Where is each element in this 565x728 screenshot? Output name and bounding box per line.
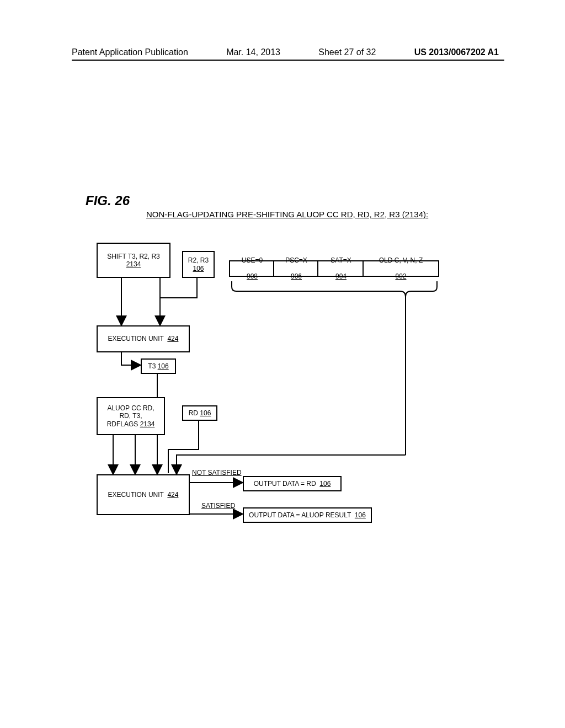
execution-unit-1: EXECUTION UNIT 424 xyxy=(97,325,190,352)
pub-date: Mar. 14, 2013 xyxy=(226,47,280,57)
r2r3-ref: 106 xyxy=(193,265,204,272)
exec2-ref: 424 xyxy=(167,491,178,499)
r2r3-text: R2, R3 xyxy=(188,256,209,264)
out1-ref: 106 xyxy=(319,480,331,488)
rd-box: RD 106 xyxy=(182,405,217,421)
shift-ref: 2134 xyxy=(126,260,141,268)
not-satisfied-label: NOT SATISFIED xyxy=(192,469,242,477)
satisfied-label: SATISFIED xyxy=(201,502,235,510)
t3-ref: 106 xyxy=(158,362,169,370)
rd-ref: 106 xyxy=(200,409,211,417)
execution-unit-2: EXECUTION UNIT 424 xyxy=(97,474,190,515)
aluop-box: ALUOP CC RD, RD, T3, RDFLAGS 2134 xyxy=(97,397,165,435)
figure-label: FIG. 26 xyxy=(86,193,130,208)
exec1-ref: 424 xyxy=(167,335,178,342)
old-text: OLD C, V, N, Z xyxy=(379,256,423,264)
sat-ref: 904 xyxy=(335,272,347,280)
sat-text: SAT=X xyxy=(331,256,351,264)
t3-text: T3 xyxy=(148,362,156,370)
pub-number: US 2013/0067202 A1 xyxy=(414,47,499,57)
aluop-line2: RD, T3, xyxy=(119,412,142,420)
r2r3-box: R2, R3 106 xyxy=(182,251,215,278)
psc-ref: 906 xyxy=(291,272,302,280)
out1-text: OUTPUT DATA = RD xyxy=(254,480,316,488)
output-aluop-result-box: OUTPUT DATA = ALUOP RESULT 106 xyxy=(243,507,372,523)
aluop-line1: ALUOP CC RD, xyxy=(107,404,154,412)
page: Patent Application Publication Mar. 14, … xyxy=(0,0,565,728)
exec1-text: EXECUTION UNIT xyxy=(108,335,164,342)
old-ref: 902 xyxy=(395,272,406,280)
sheet-text: Sheet 27 of 32 xyxy=(318,47,376,57)
out2-ref: 106 xyxy=(355,511,366,519)
header-rule xyxy=(72,60,504,61)
shift-text: SHIFT T3, R2, R3 xyxy=(107,253,160,260)
page-header: Patent Application Publication Mar. 14, … xyxy=(72,47,499,57)
output-rd-box: OUTPUT DATA = RD 106 xyxy=(243,476,342,491)
exec2-text: EXECUTION UNIT xyxy=(108,491,164,499)
oldflags-box: OLD C, V, N, Z 902 xyxy=(363,260,439,277)
use-text: USE=0 xyxy=(242,256,263,264)
use-box: USE=0 908 xyxy=(229,260,275,277)
t3-box: T3 106 xyxy=(141,358,176,374)
psc-box: PSC=X 906 xyxy=(273,260,319,277)
diagram-area: SHIFT T3, R2, R3 2134 R2, R3 106 USE=0 9… xyxy=(88,232,497,557)
aluop-line3: RDFLAGS xyxy=(107,420,138,428)
figure-subtitle: NON-FLAG-UPDATING PRE-SHIFTING ALUOP CC … xyxy=(146,210,428,219)
publication-text: Patent Application Publication xyxy=(72,47,188,57)
out2-text: OUTPUT DATA = ALUOP RESULT xyxy=(249,511,351,519)
rd-text: RD xyxy=(189,409,198,417)
shift-box: SHIFT T3, R2, R3 2134 xyxy=(97,243,170,278)
psc-text: PSC=X xyxy=(285,256,307,264)
sat-box: SAT=X 904 xyxy=(317,260,365,277)
aluop-ref: 2134 xyxy=(140,420,155,428)
use-ref: 908 xyxy=(247,272,258,280)
